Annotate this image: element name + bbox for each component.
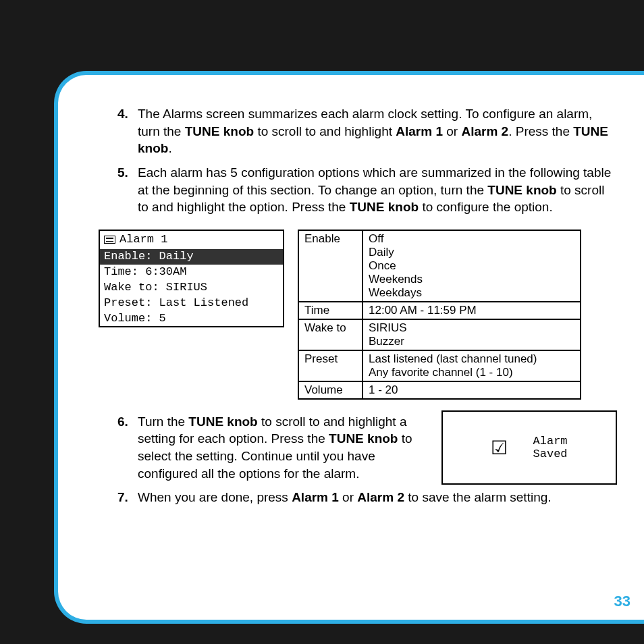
- step-number: 6.: [117, 413, 128, 431]
- step-number: 7.: [117, 489, 128, 506]
- alarm-screen-mock: Alarm 1 Enable: DailyTime: 6:30AMWake to…: [99, 230, 284, 328]
- screen-and-table: Alarm 1 Enable: DailyTime: 6:30AMWake to…: [99, 230, 617, 400]
- option-name: Time: [298, 302, 363, 319]
- alarm-screen-title: Alarm 1: [119, 232, 167, 248]
- option-values: Last listened (last channel tuned)Any fa…: [363, 350, 581, 381]
- steps-second-wrap: ☑ Alarm Saved 6.Turn the TUNE knob to sc…: [99, 413, 617, 520]
- table-row: Wake toSIRIUSBuzzer: [298, 319, 581, 350]
- option-values: SIRIUSBuzzer: [363, 319, 581, 350]
- table-row: EnableOffDailyOnceWeekendsWeekdays: [298, 230, 581, 302]
- option-values: 1 - 20: [363, 381, 581, 399]
- emphasis-text: TUNE knob: [487, 183, 556, 197]
- emphasis-text: Alarm 2: [461, 124, 508, 138]
- option-name: Wake to: [298, 319, 363, 350]
- emphasis-text: TUNE knob: [185, 124, 254, 138]
- body-text: to scroll to and highlight: [254, 124, 396, 138]
- emphasis-text: Alarm 1: [396, 124, 443, 138]
- options-table: EnableOffDailyOnceWeekendsWeekdaysTime12…: [298, 230, 581, 400]
- instruction-list-first: 4.The Alarms screen summarizes each alar…: [120, 105, 617, 216]
- body-text: . Press the: [508, 124, 573, 138]
- body-text: When you are done, press: [138, 490, 292, 504]
- instruction-step: 5.Each alarm has 5 configuration options…: [120, 164, 617, 216]
- manual-page: 4.The Alarms screen summarizes each alar…: [54, 71, 644, 624]
- screen-row: Volume: 5: [100, 311, 283, 327]
- table-row: Time12:00 AM - 11:59 PM: [298, 302, 581, 319]
- emphasis-text: Alarm 2: [357, 490, 404, 504]
- body-text: or: [443, 124, 461, 138]
- emphasis-text: TUNE knob: [188, 414, 257, 429]
- step-number: 4.: [117, 105, 128, 123]
- screen-row: Preset: Last Listened: [100, 296, 283, 311]
- body-text: to save the alarm setting.: [404, 490, 552, 504]
- table-row: PresetLast listened (last channel tuned)…: [298, 350, 581, 381]
- page-number: 33: [614, 593, 630, 610]
- option-values: OffDailyOnceWeekendsWeekdays: [363, 230, 581, 302]
- instruction-step: 4.The Alarms screen summarizes each alar…: [120, 105, 617, 157]
- screen-row: Enable: Daily: [100, 249, 283, 265]
- option-name: Preset: [298, 350, 363, 381]
- emphasis-text: TUNE knob: [350, 200, 419, 214]
- option-name: Enable: [298, 230, 363, 302]
- step-number: 5.: [117, 164, 128, 182]
- screen-row: Time: 6:30AM: [100, 265, 283, 280]
- instruction-step: 6.Turn the TUNE knob to scroll to and hi…: [120, 413, 617, 483]
- body-text: Turn the: [138, 414, 188, 429]
- option-name: Volume: [298, 381, 363, 399]
- instruction-step: 7.When you are done, press Alarm 1 or Al…: [120, 489, 617, 506]
- emphasis-text: Alarm 1: [292, 490, 339, 504]
- body-text: to configure the option.: [419, 200, 553, 214]
- menu-icon: [104, 236, 115, 244]
- table-row: Volume1 - 20: [298, 381, 581, 399]
- body-text: .: [168, 141, 171, 155]
- instruction-list-second: 6.Turn the TUNE knob to scroll to and hi…: [120, 413, 617, 506]
- option-values: 12:00 AM - 11:59 PM: [363, 302, 581, 319]
- body-text: or: [339, 490, 357, 504]
- emphasis-text: TUNE knob: [329, 431, 398, 446]
- screen-row: Wake to: SIRIUS: [100, 280, 283, 296]
